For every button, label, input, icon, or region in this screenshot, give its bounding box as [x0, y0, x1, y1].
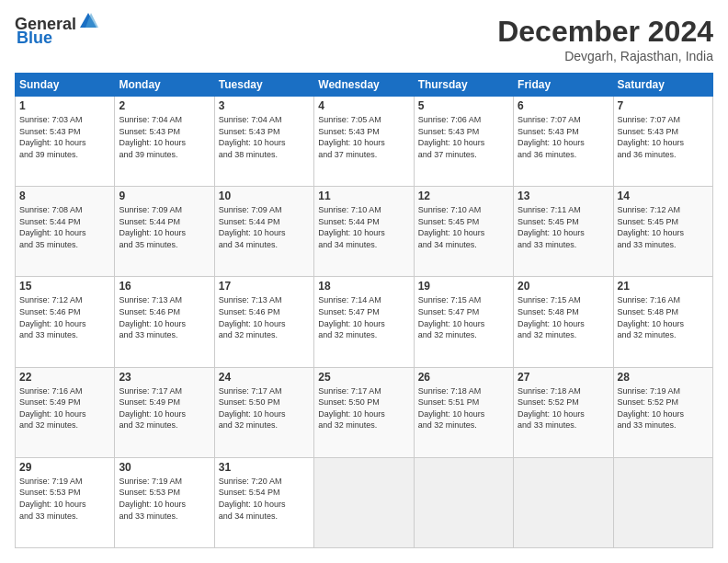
calendar-cell: 3Sunrise: 7:04 AM Sunset: 5:43 PM Daylig… — [214, 97, 313, 187]
day-number: 25 — [318, 371, 409, 384]
header-wednesday: Wednesday — [314, 74, 414, 97]
day-content: Sunrise: 7:19 AM Sunset: 5:53 PM Dayligh… — [19, 476, 110, 522]
day-content: Sunrise: 7:13 AM Sunset: 5:46 PM Dayligh… — [219, 294, 310, 340]
day-number: 10 — [219, 190, 310, 202]
day-content: Sunrise: 7:07 AM Sunset: 5:43 PM Dayligh… — [618, 114, 709, 160]
calendar-cell: 9Sunrise: 7:09 AM Sunset: 5:44 PM Daylig… — [115, 187, 214, 277]
calendar-cell — [514, 457, 613, 547]
day-number: 7 — [618, 99, 709, 112]
month-title: December 2024 — [497, 15, 713, 49]
calendar-week-4: 22Sunrise: 7:16 AM Sunset: 5:49 PM Dayli… — [16, 367, 713, 457]
day-number: 2 — [119, 99, 210, 112]
day-number: 26 — [418, 371, 509, 384]
day-content: Sunrise: 7:09 AM Sunset: 5:44 PM Dayligh… — [219, 204, 310, 250]
calendar-cell: 30Sunrise: 7:19 AM Sunset: 5:53 PM Dayli… — [115, 457, 214, 547]
calendar-cell: 5Sunrise: 7:06 AM Sunset: 5:43 PM Daylig… — [414, 97, 513, 187]
day-number: 23 — [119, 371, 210, 384]
calendar-table: SundayMondayTuesdayWednesdayThursdayFrid… — [15, 73, 713, 548]
day-number: 5 — [418, 99, 509, 112]
day-content: Sunrise: 7:10 AM Sunset: 5:45 PM Dayligh… — [418, 204, 509, 250]
header-saturday: Saturday — [613, 74, 712, 97]
day-number: 29 — [19, 461, 110, 474]
day-content: Sunrise: 7:15 AM Sunset: 5:48 PM Dayligh… — [518, 294, 609, 340]
day-number: 27 — [518, 371, 609, 384]
day-number: 17 — [219, 280, 310, 293]
header-thursday: Thursday — [414, 74, 513, 97]
day-content: Sunrise: 7:17 AM Sunset: 5:50 PM Dayligh… — [318, 385, 409, 431]
calendar-cell: 1Sunrise: 7:03 AM Sunset: 5:43 PM Daylig… — [16, 97, 115, 187]
day-number: 31 — [219, 461, 310, 474]
day-content: Sunrise: 7:18 AM Sunset: 5:52 PM Dayligh… — [518, 385, 609, 431]
calendar-cell: 7Sunrise: 7:07 AM Sunset: 5:43 PM Daylig… — [613, 97, 712, 187]
day-number: 30 — [119, 461, 210, 474]
day-number: 16 — [119, 280, 210, 293]
calendar-cell — [314, 457, 414, 547]
calendar-cell: 20Sunrise: 7:15 AM Sunset: 5:48 PM Dayli… — [514, 277, 613, 367]
day-number: 14 — [618, 190, 709, 202]
day-content: Sunrise: 7:16 AM Sunset: 5:49 PM Dayligh… — [19, 385, 110, 431]
day-content: Sunrise: 7:07 AM Sunset: 5:43 PM Dayligh… — [518, 114, 609, 160]
day-content: Sunrise: 7:10 AM Sunset: 5:44 PM Dayligh… — [318, 204, 409, 250]
day-number: 20 — [518, 280, 609, 293]
calendar-cell: 8Sunrise: 7:08 AM Sunset: 5:44 PM Daylig… — [16, 187, 115, 277]
day-content: Sunrise: 7:04 AM Sunset: 5:43 PM Dayligh… — [119, 114, 210, 160]
calendar-week-5: 29Sunrise: 7:19 AM Sunset: 5:53 PM Dayli… — [16, 457, 713, 547]
page: General Blue December 2024 Devgarh, Raja… — [0, 0, 728, 563]
calendar-cell — [613, 457, 712, 547]
calendar-week-1: 1Sunrise: 7:03 AM Sunset: 5:43 PM Daylig… — [16, 97, 713, 187]
day-number: 22 — [19, 371, 110, 384]
day-number: 13 — [518, 190, 609, 202]
calendar-cell: 31Sunrise: 7:20 AM Sunset: 5:54 PM Dayli… — [214, 457, 313, 547]
header-monday: Monday — [115, 74, 214, 97]
calendar-cell: 29Sunrise: 7:19 AM Sunset: 5:53 PM Dayli… — [16, 457, 115, 547]
day-content: Sunrise: 7:05 AM Sunset: 5:43 PM Dayligh… — [318, 114, 409, 160]
logo-blue: Blue — [17, 29, 52, 48]
calendar-cell: 22Sunrise: 7:16 AM Sunset: 5:49 PM Dayli… — [16, 367, 115, 457]
day-content: Sunrise: 7:12 AM Sunset: 5:45 PM Dayligh… — [618, 204, 709, 250]
day-content: Sunrise: 7:14 AM Sunset: 5:47 PM Dayligh… — [318, 294, 409, 340]
day-content: Sunrise: 7:12 AM Sunset: 5:46 PM Dayligh… — [19, 294, 110, 340]
day-content: Sunrise: 7:15 AM Sunset: 5:47 PM Dayligh… — [418, 294, 509, 340]
location: Devgarh, Rajasthan, India — [497, 49, 713, 63]
calendar-cell: 14Sunrise: 7:12 AM Sunset: 5:45 PM Dayli… — [613, 187, 712, 277]
day-number: 21 — [618, 280, 709, 293]
calendar-cell: 17Sunrise: 7:13 AM Sunset: 5:46 PM Dayli… — [214, 277, 313, 367]
header-tuesday: Tuesday — [214, 74, 313, 97]
calendar-cell: 18Sunrise: 7:14 AM Sunset: 5:47 PM Dayli… — [314, 277, 414, 367]
day-number: 9 — [119, 190, 210, 202]
day-content: Sunrise: 7:03 AM Sunset: 5:43 PM Dayligh… — [19, 114, 110, 160]
day-content: Sunrise: 7:11 AM Sunset: 5:45 PM Dayligh… — [518, 204, 609, 250]
calendar-cell: 13Sunrise: 7:11 AM Sunset: 5:45 PM Dayli… — [514, 187, 613, 277]
day-content: Sunrise: 7:13 AM Sunset: 5:46 PM Dayligh… — [119, 294, 210, 340]
logo: General Blue — [15, 15, 98, 48]
calendar-cell: 4Sunrise: 7:05 AM Sunset: 5:43 PM Daylig… — [314, 97, 414, 187]
day-content: Sunrise: 7:18 AM Sunset: 5:51 PM Dayligh… — [418, 385, 509, 431]
calendar-cell: 21Sunrise: 7:16 AM Sunset: 5:48 PM Dayli… — [613, 277, 712, 367]
calendar-cell: 12Sunrise: 7:10 AM Sunset: 5:45 PM Dayli… — [414, 187, 513, 277]
day-number: 15 — [19, 280, 110, 293]
header-sunday: Sunday — [16, 74, 115, 97]
title-area: December 2024 Devgarh, Rajasthan, India — [497, 15, 713, 63]
calendar-cell — [414, 457, 513, 547]
day-content: Sunrise: 7:04 AM Sunset: 5:43 PM Dayligh… — [219, 114, 310, 160]
day-content: Sunrise: 7:09 AM Sunset: 5:44 PM Dayligh… — [119, 204, 210, 250]
day-number: 12 — [418, 190, 509, 202]
day-number: 19 — [418, 280, 509, 293]
day-content: Sunrise: 7:19 AM Sunset: 5:52 PM Dayligh… — [618, 385, 709, 431]
calendar-cell: 11Sunrise: 7:10 AM Sunset: 5:44 PM Dayli… — [314, 187, 414, 277]
calendar-cell: 28Sunrise: 7:19 AM Sunset: 5:52 PM Dayli… — [613, 367, 712, 457]
calendar-cell: 16Sunrise: 7:13 AM Sunset: 5:46 PM Dayli… — [115, 277, 214, 367]
header: General Blue December 2024 Devgarh, Raja… — [15, 15, 713, 63]
calendar-cell: 15Sunrise: 7:12 AM Sunset: 5:46 PM Dayli… — [16, 277, 115, 367]
day-number: 3 — [219, 99, 310, 112]
day-number: 8 — [19, 190, 110, 202]
calendar-cell: 19Sunrise: 7:15 AM Sunset: 5:47 PM Dayli… — [414, 277, 513, 367]
day-content: Sunrise: 7:19 AM Sunset: 5:53 PM Dayligh… — [119, 476, 210, 522]
day-number: 28 — [618, 371, 709, 384]
day-content: Sunrise: 7:06 AM Sunset: 5:43 PM Dayligh… — [418, 114, 509, 160]
day-number: 24 — [219, 371, 310, 384]
header-friday: Friday — [514, 74, 613, 97]
day-number: 6 — [518, 99, 609, 112]
calendar-cell: 24Sunrise: 7:17 AM Sunset: 5:50 PM Dayli… — [214, 367, 313, 457]
calendar-week-3: 15Sunrise: 7:12 AM Sunset: 5:46 PM Dayli… — [16, 277, 713, 367]
